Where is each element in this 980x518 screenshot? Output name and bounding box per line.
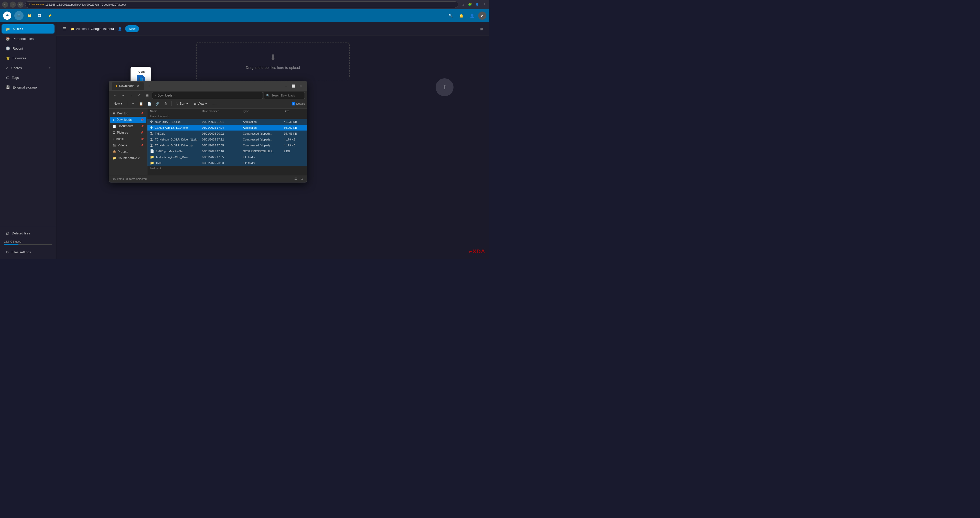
sidebar-item-files-settings[interactable]: ⚙ Files settings bbox=[2, 248, 54, 257]
details-toggle[interactable]: Details bbox=[292, 102, 305, 105]
explorer-content: 🖥 Desktop 📌 ⬇ Downloads 📌 📄 Documents 📌 bbox=[109, 108, 307, 175]
new-action-button[interactable]: New ▾ bbox=[111, 101, 125, 106]
browser-menu-button[interactable]: ⋮ bbox=[481, 2, 487, 8]
sidebar-item-music[interactable]: ♪ Music 📌 bbox=[110, 136, 146, 142]
action-divider-2 bbox=[171, 101, 172, 106]
exp-address-bar[interactable]: › Downloads › bbox=[152, 92, 263, 99]
share-breadcrumb-button[interactable]: 👤 bbox=[116, 25, 123, 32]
bookmark-button[interactable]: ☆ bbox=[460, 2, 466, 8]
explorer-nav-bar: ← → ↑ ↺ ⊞ › Downloads › 🔍 Search Downloa… bbox=[111, 92, 305, 99]
window-controls: ─ ⬜ ✕ bbox=[283, 83, 304, 89]
sidebar-item-desktop[interactable]: 🖥 Desktop 📌 bbox=[110, 110, 146, 116]
search-button[interactable]: 🔍 bbox=[446, 11, 455, 20]
share-button[interactable]: 🔗 bbox=[154, 100, 161, 107]
exp-search-bar[interactable]: 🔍 Search Downloads bbox=[264, 92, 305, 99]
avatar[interactable]: A bbox=[478, 11, 486, 20]
sidebar-item-all-files[interactable]: 📁 All files bbox=[2, 24, 54, 33]
personal-files-icon: 🏠 bbox=[6, 37, 10, 41]
sidebar-item-recent[interactable]: 🕐 Recent bbox=[2, 44, 54, 53]
paste-button[interactable]: 📄 bbox=[146, 100, 153, 107]
list-view-button[interactable]: ☰ bbox=[293, 176, 298, 181]
sidebar-item-videos[interactable]: 🎬 Videos 📌 bbox=[110, 142, 146, 148]
sort-button[interactable]: ⇅ Sort ▾ bbox=[173, 101, 191, 106]
details-checkbox[interactable] bbox=[292, 102, 295, 105]
desktop-label: Desktop bbox=[117, 111, 128, 115]
item-count: 297 items bbox=[111, 177, 124, 180]
column-date[interactable]: Date modified bbox=[202, 110, 243, 113]
reload-button[interactable]: ↺ bbox=[18, 2, 24, 8]
files-icon-btn[interactable]: 📁 bbox=[25, 11, 34, 20]
exp-up-button[interactable]: ↑ bbox=[127, 92, 135, 99]
sidebar-item-shares[interactable]: ↗ Shares ▾ bbox=[2, 63, 54, 72]
sidebar-item-external-storage[interactable]: 💾 External storage bbox=[2, 83, 54, 92]
back-button[interactable]: ← bbox=[2, 2, 8, 8]
contacts-button[interactable]: 👤 bbox=[467, 11, 477, 20]
sidebar-item-downloads[interactable]: ⬇ Downloads 📌 bbox=[110, 117, 146, 123]
search-icon: 🔍 bbox=[266, 94, 270, 97]
drop-zone[interactable]: ⬇ Drag and drop files here to upload bbox=[196, 42, 350, 80]
view-label: View bbox=[197, 102, 204, 105]
delete-button[interactable]: 🗑 bbox=[162, 100, 169, 107]
sidebar-item-personal-files[interactable]: 🏠 Personal Files bbox=[2, 34, 54, 43]
table-row[interactable]: ⚙ goxlr-utility-1.1.4.exe 06/01/2025 21:… bbox=[148, 119, 307, 125]
hamburger-button[interactable]: ☰ bbox=[60, 25, 68, 33]
explorer-toolbar: ← → ↑ ↺ ⊞ › Downloads › 🔍 Search Downloa… bbox=[109, 91, 307, 108]
cut-button[interactable]: ✂ bbox=[129, 100, 137, 107]
extensions-button[interactable]: 🧩 bbox=[467, 2, 473, 8]
sidebar-item-deleted-files[interactable]: 🗑 Deleted files bbox=[2, 229, 54, 238]
table-row[interactable]: 📄 SM7B.goxlrMicProfile 06/01/2025 17:18 … bbox=[148, 148, 307, 154]
sidebar-item-pictures[interactable]: 🖼 Pictures 📌 bbox=[110, 129, 146, 136]
column-name[interactable]: Name bbox=[150, 110, 202, 113]
sidebar-item-documents[interactable]: 📄 Documents 📌 bbox=[110, 123, 146, 129]
table-row[interactable]: 📁 TC-Helicon_GoXLR_Driver 06/01/2025 17:… bbox=[148, 154, 307, 160]
photos-icon-btn[interactable]: 🖼 bbox=[35, 11, 44, 20]
table-row[interactable]: ⚙ GoXLR-App-1.6.4.014.exe 06/01/2025 17:… bbox=[148, 125, 307, 130]
exp-recent-locations-button[interactable]: ⊞ bbox=[144, 92, 151, 99]
address-bar[interactable]: ⚠ Not secure 192.168.1.5:9001/apps/files… bbox=[25, 1, 458, 8]
file-date: 06/01/2025 17:12 bbox=[202, 138, 243, 141]
notifications-button[interactable]: 🔔 bbox=[457, 11, 466, 20]
forward-button[interactable]: → bbox=[10, 2, 16, 8]
dashboard-icon-btn[interactable]: ⊞ bbox=[14, 11, 24, 20]
deleted-files-label: Deleted files bbox=[12, 231, 30, 235]
exp-back-button[interactable]: ← bbox=[111, 92, 118, 99]
table-row[interactable]: 📁 TMX 06/01/2025 20:03 File folder bbox=[148, 160, 307, 166]
section-last-week: Last week bbox=[148, 166, 307, 171]
breadcrumb-root-link[interactable]: All files bbox=[76, 27, 86, 31]
view-toggle-button[interactable]: ⊞ bbox=[477, 25, 485, 33]
exp-refresh-button[interactable]: ↺ bbox=[136, 92, 143, 99]
restore-button[interactable]: ⬜ bbox=[290, 83, 297, 89]
copy-tooltip-label: + Copy bbox=[136, 70, 146, 73]
upload-ghost: ⬆ bbox=[436, 78, 453, 96]
desktop-pin-icon: 📌 bbox=[141, 112, 143, 114]
column-type[interactable]: Type bbox=[243, 110, 284, 113]
sidebar-item-tags[interactable]: 🏷 Tags bbox=[2, 73, 54, 82]
table-row[interactable]: 🗜 TC-Helicon_GoXLR_Driver (1).zip 06/01/… bbox=[148, 137, 307, 142]
music-label: Music bbox=[116, 137, 124, 141]
shares-chevron-icon: ▾ bbox=[49, 67, 51, 69]
file-date: 06/01/2025 20:02 bbox=[202, 132, 243, 135]
activity-icon-btn[interactable]: ⚡ bbox=[45, 11, 54, 20]
view-button[interactable]: ⊞ View ▾ bbox=[191, 101, 209, 106]
column-size[interactable]: Size bbox=[284, 110, 304, 113]
table-row[interactable]: 🗜 TC-Helicon_GoXLR_Driver.zip 06/01/2025… bbox=[148, 142, 307, 148]
copy-action-button[interactable]: 📋 bbox=[137, 100, 145, 107]
minimize-button[interactable]: ─ bbox=[283, 83, 290, 89]
add-tab-button[interactable]: + bbox=[146, 83, 152, 89]
more-options-button[interactable]: … bbox=[210, 100, 218, 107]
nc-logo[interactable] bbox=[3, 11, 11, 20]
sidebar-item-favorites[interactable]: ⭐ Favorites bbox=[2, 54, 54, 63]
pictures-label: Pictures bbox=[117, 131, 128, 134]
new-button[interactable]: New bbox=[125, 25, 139, 32]
table-row[interactable]: 🗜 TMX.zip 06/01/2025 20:02 Compressed (z… bbox=[148, 130, 307, 137]
explorer-tab[interactable]: ⬇ Downloads ✕ bbox=[112, 82, 144, 90]
exp-forward-button[interactable]: → bbox=[119, 92, 126, 99]
favorites-icon: ⭐ bbox=[6, 56, 10, 60]
grid-view-button[interactable]: ⊞ bbox=[299, 176, 304, 181]
profile-button[interactable]: 👤 bbox=[474, 2, 480, 8]
sidebar-item-presets[interactable]: 📦 Presets bbox=[110, 149, 146, 155]
close-button[interactable]: ✕ bbox=[297, 83, 304, 89]
sidebar-item-counter-strike[interactable]: 📁 Counter-strike 2 bbox=[110, 155, 146, 161]
close-tab-button[interactable]: ✕ bbox=[136, 83, 141, 89]
section-earlier-this-week: Earlier this week bbox=[148, 114, 307, 119]
